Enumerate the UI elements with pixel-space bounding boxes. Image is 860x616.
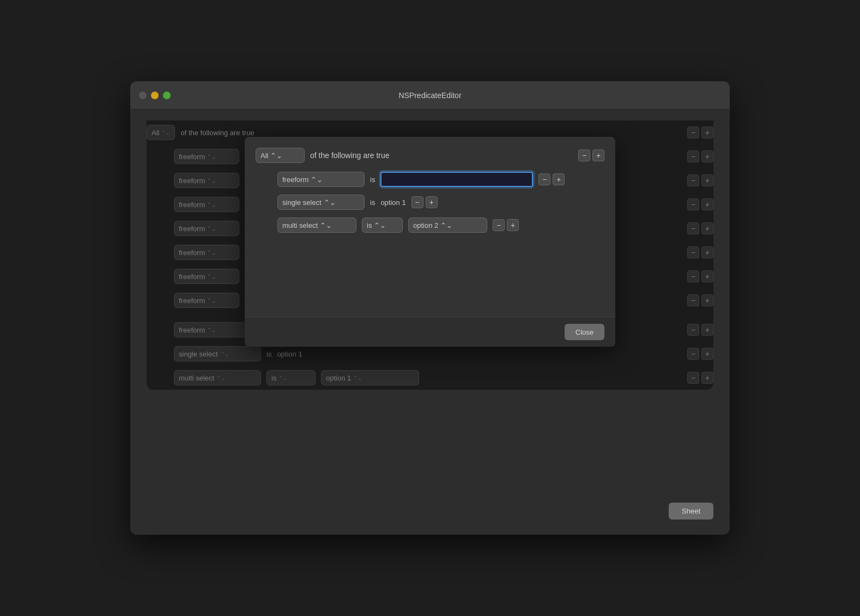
sheet-single-select[interactable]: single select ⌃⌄: [277, 195, 365, 210]
sheet-button[interactable]: Sheet: [669, 503, 713, 520]
sheet-all-chevron-icon: ⌃⌄: [270, 152, 282, 160]
sheet-all-btn-pair: − +: [578, 149, 604, 161]
sheet-row-multi-select: multi select ⌃⌄ is ⌃⌄ option 2 ⌃⌄: [277, 218, 604, 233]
sheet-content: All ⌃⌄ of the following are true − +: [245, 137, 615, 317]
sheet-multi-minus-btn[interactable]: −: [493, 219, 505, 231]
sheet-multi-condition-select[interactable]: is ⌃⌄: [362, 218, 403, 233]
close-button[interactable]: Close: [565, 324, 604, 340]
main-window: NSPredicateEditor All ⌃⌄ of the followin…: [130, 81, 730, 535]
sheet-freeform-minus-btn[interactable]: −: [538, 173, 550, 185]
maximize-traffic-light[interactable]: [163, 92, 171, 99]
sheet-row-single-select: single select ⌃⌄ is option 1 − +: [277, 195, 604, 210]
sheet-single-minus-btn[interactable]: −: [411, 196, 423, 208]
sheet-single-btn-pair: − +: [411, 196, 438, 208]
sheet-freeform-plus-btn[interactable]: +: [553, 173, 565, 185]
main-editor: All ⌃⌄ of the following are true − + fre…: [147, 120, 713, 390]
sheet-multi-plus-btn[interactable]: +: [507, 219, 519, 231]
window-title: NSPredicateEditor: [398, 91, 461, 100]
sheet-freeform-select[interactable]: freeform ⌃⌄: [277, 172, 365, 187]
sheet-single-is-label: is: [370, 198, 375, 207]
sheet-freeform-is-label: is: [370, 176, 375, 184]
sheet-footer: Close: [245, 317, 615, 347]
sheet-freeform-chevron-icon: ⌃⌄: [311, 176, 323, 184]
sheet-all-plus-btn[interactable]: +: [592, 149, 604, 161]
minimize-traffic-light[interactable]: [151, 92, 159, 99]
sheet-single-chevron-icon: ⌃⌄: [324, 198, 336, 207]
sheet-freeform-btn-pair: − +: [538, 173, 565, 185]
sheet-multi-select[interactable]: multi select ⌃⌄: [277, 218, 356, 233]
sheet-inner-area: [277, 240, 604, 306]
sheet-single-option-label: option 1: [380, 198, 405, 207]
sheet-all-select[interactable]: All ⌃⌄: [256, 148, 305, 163]
sheet-all-row: All ⌃⌄ of the following are true − +: [256, 148, 604, 163]
sheet-inner-rows: freeform ⌃⌄ is − +: [256, 172, 604, 306]
sheet-row-freeform: freeform ⌃⌄ is − +: [277, 172, 604, 187]
sheet-single-plus-btn[interactable]: +: [426, 196, 438, 208]
titlebar: NSPredicateEditor: [130, 81, 730, 110]
sheet-following-text: of the following are true: [310, 151, 390, 160]
sheet-freeform-input[interactable]: [380, 172, 533, 187]
sheet-multi-chevron-icon: ⌃⌄: [320, 221, 332, 230]
sheet-multi-option-select[interactable]: option 2 ⌃⌄: [408, 218, 487, 233]
sheet-multi-btn-pair: − +: [493, 219, 519, 231]
traffic-lights: [139, 92, 171, 99]
sheet-all-minus-btn[interactable]: −: [578, 149, 590, 161]
sheet-panel: All ⌃⌄ of the following are true − +: [245, 137, 615, 347]
window-content: All ⌃⌄ of the following are true − + fre…: [130, 110, 730, 535]
close-traffic-light[interactable]: [139, 92, 147, 99]
sheet-multi-opt-chevron-icon: ⌃⌄: [440, 221, 452, 230]
sheet-multi-cond-chevron-icon: ⌃⌄: [374, 221, 386, 230]
sheet-overlay: All ⌃⌄ of the following are true − +: [147, 120, 713, 390]
